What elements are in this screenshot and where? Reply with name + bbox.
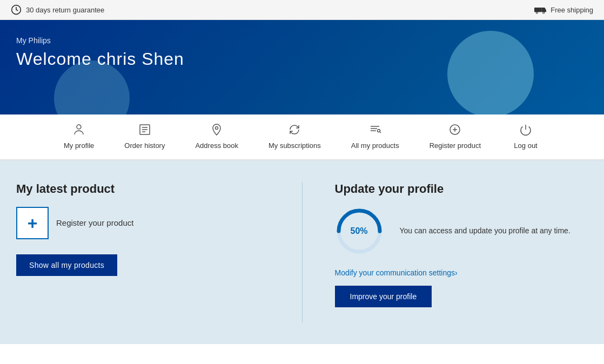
svg-rect-1 — [534, 8, 542, 12]
sidebar-item-my-subscriptions[interactable]: My subscriptions — [253, 114, 336, 159]
return-icon — [11, 4, 22, 15]
free-shipping-text: Free shipping — [551, 6, 593, 14]
nav-label-my-profile: My profile — [64, 141, 94, 151]
hero-subtitle: My Philips — [16, 36, 588, 45]
sidebar-item-register-product[interactable]: Register product — [414, 114, 496, 159]
latest-product-title: My latest product — [16, 182, 270, 196]
add-circle-icon — [448, 123, 461, 138]
top-bar: 30 days return guarantee Free shipping — [0, 0, 604, 20]
register-product-box: + Register your product — [16, 207, 270, 239]
sidebar-item-all-my-products[interactable]: All my products — [336, 114, 414, 159]
svg-point-6 — [543, 12, 544, 13]
svg-line-17 — [380, 132, 381, 133]
return-guarantee: 30 days return guarantee — [11, 4, 104, 15]
location-icon — [210, 123, 223, 138]
panel-divider — [302, 182, 303, 322]
svg-point-12 — [216, 127, 218, 130]
svg-point-16 — [378, 130, 380, 132]
svg-point-7 — [77, 125, 81, 129]
improve-profile-button[interactable]: Improve your profile — [335, 286, 432, 307]
right-panel: Update your profile 50% You can access a… — [335, 182, 588, 322]
power-icon — [519, 123, 532, 138]
profile-update-row: 50% You can access and update you profil… — [335, 207, 588, 255]
hero-banner: My Philips Welcome chris Shen — [0, 20, 604, 114]
sidebar-item-address-book[interactable]: Address book — [180, 114, 253, 159]
nav-label-address-book: Address book — [195, 141, 238, 151]
modify-communication-link[interactable]: Modify your communication settings› — [335, 268, 588, 277]
nav-label-register-product: Register product — [429, 141, 481, 151]
sidebar-item-log-out[interactable]: Log out — [496, 114, 555, 159]
main-content: My latest product + Register your produc… — [0, 160, 604, 344]
sidebar-item-my-profile[interactable]: My profile — [49, 114, 109, 159]
progress-label: 50% — [350, 226, 367, 236]
svg-point-5 — [536, 12, 538, 13]
nav-label-order-history: Order history — [124, 141, 165, 151]
nav-label-log-out: Log out — [514, 141, 537, 151]
progress-circle: 50% — [335, 207, 384, 255]
plus-icon: + — [28, 214, 38, 232]
plus-icon-box: + — [16, 207, 49, 239]
update-profile-title: Update your profile — [335, 182, 588, 196]
free-shipping: Free shipping — [534, 5, 593, 15]
return-guarantee-text: 30 days return guarantee — [26, 6, 104, 14]
profile-description: You can access and update you profile at… — [400, 225, 571, 237]
sidebar-item-order-history[interactable]: Order history — [109, 114, 180, 159]
left-panel: My latest product + Register your produc… — [16, 182, 270, 322]
refresh-icon — [288, 123, 301, 138]
person-icon — [72, 123, 85, 138]
register-product-label: Register your product — [56, 218, 133, 227]
nav-bar: My profile Order history Address book — [0, 114, 604, 160]
filter-list-icon — [368, 123, 381, 138]
show-all-products-button[interactable]: Show all my products — [16, 254, 117, 276]
hero-title: Welcome chris Shen — [16, 49, 588, 69]
truck-icon — [534, 5, 546, 15]
hero-text: My Philips Welcome chris Shen — [16, 36, 588, 69]
nav-label-all-my-products: All my products — [351, 141, 399, 151]
list-icon — [138, 123, 151, 138]
nav-label-my-subscriptions: My subscriptions — [269, 141, 321, 151]
svg-marker-2 — [542, 8, 546, 12]
